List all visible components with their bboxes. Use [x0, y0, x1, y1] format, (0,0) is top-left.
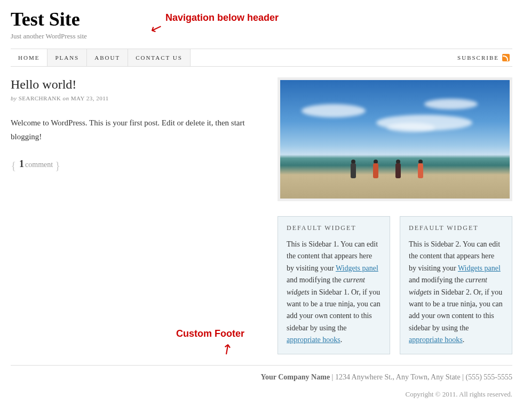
post-meta: by SEARCHRANK on MAY 23, 2011	[11, 95, 262, 101]
hero-image	[278, 77, 512, 201]
site-tagline: Just another WordPress site	[11, 32, 512, 41]
nav-item-about[interactable]: ABOUT	[87, 49, 128, 66]
brace-right-icon: }	[55, 159, 61, 172]
widget-text: .	[340, 336, 343, 344]
rss-icon	[502, 54, 510, 61]
footer-company: Your Company Name	[260, 373, 330, 381]
nav-item-contact[interactable]: CONTACT US	[128, 49, 191, 66]
post-author[interactable]: SEARCHRANK	[19, 95, 61, 101]
footer-address-text: | 1234 Anywhere St., Any Town, Any State…	[330, 373, 512, 381]
widget-body: This is Sidebar 2. You can edit the cont…	[409, 239, 503, 346]
widget-text: .	[463, 336, 465, 344]
widget-body: This is Sidebar 1. You can edit the cont…	[287, 239, 381, 346]
post-date[interactable]: MAY 23, 2011	[71, 95, 109, 101]
sidebar-widget-1: Default Widget This is Sidebar 1. You ca…	[278, 216, 390, 354]
widgets-panel-link[interactable]: Widgets panel	[336, 264, 378, 272]
post-title[interactable]: Hello world!	[11, 77, 262, 92]
widget-text: and modifying the	[287, 276, 343, 284]
widget-text: and modifying the	[409, 276, 465, 284]
arrow-icon: ↙	[218, 339, 237, 360]
post-on: on	[62, 95, 69, 101]
subscribe-link[interactable]: SUBSCRIBE	[455, 49, 512, 66]
widget-title: Default Widget	[287, 224, 381, 232]
sidebar: Default Widget This is Sidebar 1. You ca…	[278, 77, 512, 354]
footer-address: Your Company Name | 1234 Anywhere St., A…	[11, 373, 512, 382]
main-content: Hello world! by SEARCHRANK on MAY 23, 20…	[11, 77, 267, 354]
nav-item-home[interactable]: HOME	[11, 49, 47, 66]
comment-label: comment	[25, 161, 53, 169]
annotation-footer: Custom Footer	[176, 328, 244, 339]
comment-count[interactable]: { 1comment }	[11, 159, 262, 172]
hooks-link[interactable]: appropriate hooks	[287, 336, 340, 344]
footer-copyright: Copyright © 2011. All rights reserved.	[11, 390, 512, 399]
comment-number: 1	[19, 159, 24, 169]
brace-left-icon: {	[11, 159, 17, 172]
nav-items: HOME PLANS ABOUT CONTACT US	[11, 49, 191, 66]
site-footer: Your Company Name | 1234 Anywhere St., A…	[11, 365, 512, 406]
hooks-link[interactable]: appropriate hooks	[409, 336, 463, 344]
primary-nav: HOME PLANS ABOUT CONTACT US SUBSCRIBE	[11, 49, 512, 67]
subscribe-label: SUBSCRIBE	[457, 54, 499, 61]
nav-item-plans[interactable]: PLANS	[47, 49, 87, 66]
widget-title: Default Widget	[409, 224, 503, 232]
widgets-panel-link[interactable]: Widgets panel	[458, 264, 501, 272]
post-body: Welcome to WordPress. This is your first…	[11, 116, 262, 144]
site-header: Test Site Just another WordPress site Na…	[11, 8, 512, 49]
post-by: by	[11, 95, 17, 101]
annotation-nav: Navigation below header	[165, 12, 279, 23]
sidebar-widget-2: Default Widget This is Sidebar 2. You ca…	[400, 216, 512, 354]
